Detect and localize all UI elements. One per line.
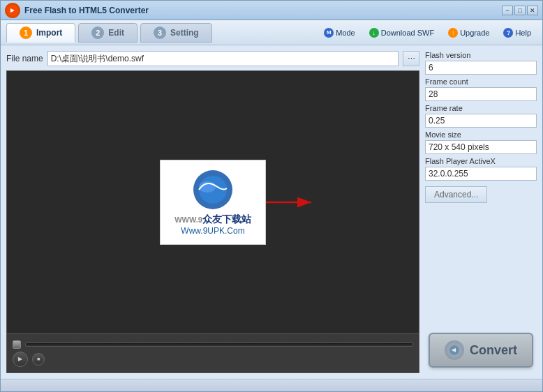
flash-version-value: 6 xyxy=(425,61,537,75)
flash-version-label: Flash version xyxy=(425,51,537,59)
watermark-site: 众友下载站 xyxy=(202,213,251,225)
statusbar xyxy=(1,379,542,391)
progress-bar-row xyxy=(13,340,413,349)
maximize-button[interactable]: □ xyxy=(514,6,526,15)
convert-btn-container: Convert xyxy=(425,206,537,373)
window-title: Free Flash to HTML5 Converter xyxy=(24,6,502,15)
watermark-box: WWW.9众友下载站 Www.9UPK.Com xyxy=(160,160,266,245)
play-icon: ▶ xyxy=(18,356,22,362)
advanced-button[interactable]: Advanced... xyxy=(425,186,487,203)
app-logo xyxy=(5,3,20,18)
frame-count-label: Frame count xyxy=(425,77,537,86)
tab-import-num: 1 xyxy=(20,27,32,39)
convert-label: Convert xyxy=(470,343,517,358)
stop-button[interactable]: ■ xyxy=(32,353,45,365)
minimize-button[interactable]: − xyxy=(502,6,513,15)
movie-size-label: Movie size xyxy=(425,130,537,139)
window-controls: − □ ✕ xyxy=(502,6,538,15)
convert-icon xyxy=(445,340,464,360)
preview-viewport: WWW.9众友下载站 Www.9UPK.Com xyxy=(7,71,419,333)
activex-value: 32.0.0.255 xyxy=(425,167,537,181)
progress-thumb[interactable] xyxy=(13,340,21,349)
mode-icon: M xyxy=(324,28,334,38)
activex-label: Flash Player ActiveX xyxy=(425,157,537,165)
right-panel: Flash version 6 Frame count 28 Frame rat… xyxy=(425,51,537,373)
file-browse-button[interactable]: ⋯ xyxy=(403,51,419,66)
titlebar: Free Flash to HTML5 Converter − □ ✕ xyxy=(1,1,542,20)
upgrade-icon: ↑ xyxy=(448,28,458,38)
upgrade-label: Upgrade xyxy=(460,29,489,37)
main-window: Free Flash to HTML5 Converter − □ ✕ 1 Im… xyxy=(0,0,543,392)
help-label: Help xyxy=(515,29,531,37)
file-label: File name xyxy=(6,54,43,63)
tab-edit-num: 2 xyxy=(91,27,104,39)
watermark-logo xyxy=(192,169,234,211)
browse-icon: ⋯ xyxy=(408,54,415,63)
frame-rate-value: 0.25 xyxy=(425,114,537,128)
movie-size-value: 720 x 540 pixels xyxy=(425,140,537,154)
file-input[interactable] xyxy=(47,51,399,66)
tab-setting[interactable]: 3 Setting xyxy=(140,23,212,43)
file-row: File name ⋯ xyxy=(6,51,419,66)
watermark-url: Www.9UPK.Com xyxy=(174,226,251,236)
movie-size-section: Movie size 720 x 540 pixels xyxy=(425,130,537,154)
controls-area: ▶ ■ xyxy=(7,333,419,372)
progress-track[interactable] xyxy=(25,342,413,347)
playback-buttons: ▶ ■ xyxy=(13,352,413,367)
help-button[interactable]: ? Help xyxy=(498,25,537,40)
activex-section: Flash Player ActiveX 32.0.0.255 xyxy=(425,157,537,181)
tab-setting-label: Setting xyxy=(170,28,199,38)
main-content: File name ⋯ xyxy=(1,45,542,379)
left-panel: File name ⋯ xyxy=(6,51,419,373)
help-icon: ? xyxy=(503,28,513,38)
convert-button[interactable]: Convert xyxy=(429,333,533,368)
stop-icon: ■ xyxy=(37,356,40,361)
download-label: Download SWF xyxy=(381,29,434,37)
frame-count-section: Frame count 28 xyxy=(425,77,537,101)
watermark-text: WWW.9众友下载站 xyxy=(174,213,251,226)
close-button[interactable]: ✕ xyxy=(527,6,538,15)
toolbar: 1 Import 2 Edit 3 Setting M Mode ↓ Downl… xyxy=(1,20,542,45)
upgrade-button[interactable]: ↑ Upgrade xyxy=(442,25,495,40)
tab-setting-num: 3 xyxy=(154,27,166,39)
mode-label: Mode xyxy=(336,29,355,37)
advanced-label: Advanced... xyxy=(434,190,478,199)
red-arrow xyxy=(266,192,322,213)
frame-rate-section: Frame rate 0.25 xyxy=(425,104,537,128)
mode-button[interactable]: M Mode xyxy=(318,25,361,40)
tab-import-label: Import xyxy=(36,28,62,38)
frame-count-value: 28 xyxy=(425,87,537,101)
tab-import[interactable]: 1 Import xyxy=(6,23,75,43)
frame-rate-label: Frame rate xyxy=(425,104,537,112)
preview-area: WWW.9众友下载站 Www.9UPK.Com xyxy=(6,70,419,373)
flash-version-section: Flash version 6 xyxy=(425,51,537,75)
download-swf-button[interactable]: ↓ Download SWF xyxy=(364,25,440,40)
tab-edit-label: Edit xyxy=(108,28,124,38)
play-button[interactable]: ▶ xyxy=(13,352,28,367)
tab-edit[interactable]: 2 Edit xyxy=(78,23,137,43)
download-icon: ↓ xyxy=(369,28,379,38)
